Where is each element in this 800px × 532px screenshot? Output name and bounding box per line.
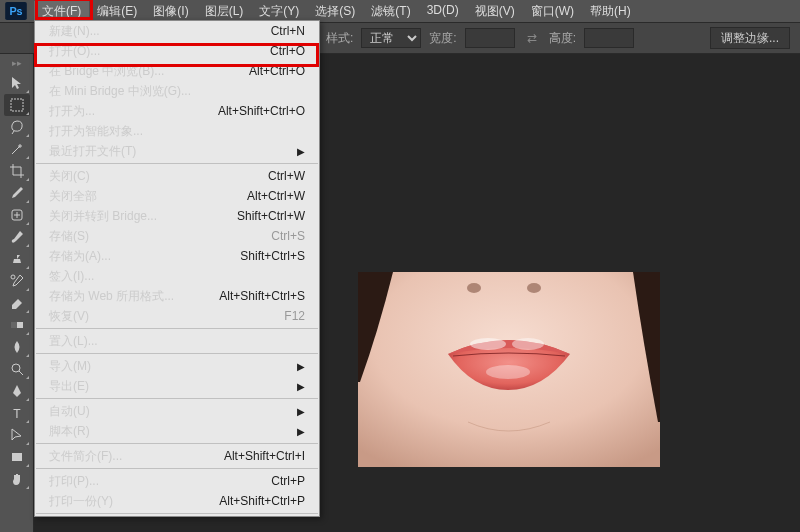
width-input[interactable]	[465, 28, 515, 48]
menu-图像[interactable]: 图像(I)	[145, 1, 196, 22]
menu-item[interactable]: 在 Bridge 中浏览(B)...Alt+Ctrl+O	[35, 61, 319, 81]
lasso-tool[interactable]	[4, 116, 30, 138]
svg-point-13	[470, 338, 506, 350]
healing-brush-tool[interactable]	[4, 204, 30, 226]
svg-point-14	[512, 338, 544, 350]
submenu-arrow-icon: ▶	[297, 381, 305, 392]
width-label: 宽度:	[429, 30, 456, 47]
menu-3d[interactable]: 3D(D)	[419, 1, 467, 22]
menu-item-label: 恢复(V)	[49, 308, 89, 325]
menu-文件[interactable]: 文件(F)	[34, 1, 89, 22]
height-label: 高度:	[549, 30, 576, 47]
eyedropper-tool[interactable]	[4, 182, 30, 204]
menu-separator	[36, 163, 318, 164]
swap-icon[interactable]: ⇄	[527, 31, 537, 45]
menu-item[interactable]: 自动(U)▶	[35, 401, 319, 421]
history-brush-tool[interactable]	[4, 270, 30, 292]
menu-item[interactable]: 存储为 Web 所用格式...Alt+Shift+Ctrl+S	[35, 286, 319, 306]
menu-item[interactable]: 置入(L)...	[35, 331, 319, 351]
menu-item[interactable]: 打印一份(Y)Alt+Shift+Ctrl+P	[35, 491, 319, 511]
menu-item[interactable]: 最近打开文件(T)▶	[35, 141, 319, 161]
rectangle-tool[interactable]	[4, 446, 30, 468]
menu-窗口[interactable]: 窗口(W)	[523, 1, 582, 22]
blur-tool[interactable]	[4, 336, 30, 358]
menu-item-label: 存储为(A)...	[49, 248, 111, 265]
menu-item-label: 打印一份(Y)	[49, 493, 113, 510]
menu-shortcut: Ctrl+P	[271, 474, 305, 488]
menu-选择[interactable]: 选择(S)	[307, 1, 363, 22]
menu-item[interactable]: 文件简介(F)...Alt+Shift+Ctrl+I	[35, 446, 319, 466]
menu-separator	[36, 398, 318, 399]
hand-tool[interactable]	[4, 468, 30, 490]
menu-帮助[interactable]: 帮助(H)	[582, 1, 639, 22]
brush-tool[interactable]	[4, 226, 30, 248]
submenu-arrow-icon: ▶	[297, 361, 305, 372]
magic-wand-tool[interactable]	[4, 138, 30, 160]
menu-item-label: 脚本(R)	[49, 423, 90, 440]
menu-shortcut: Alt+Ctrl+W	[247, 189, 305, 203]
menubar: Ps 文件(F)编辑(E)图像(I)图层(L)文字(Y)选择(S)滤镜(T)3D…	[0, 0, 800, 22]
style-label: 样式:	[326, 30, 353, 47]
menu-文字[interactable]: 文字(Y)	[251, 1, 307, 22]
menu-shortcut: Ctrl+S	[271, 229, 305, 243]
menu-item[interactable]: 关闭全部Alt+Ctrl+W	[35, 186, 319, 206]
svg-rect-9	[12, 453, 22, 461]
menu-shortcut: Alt+Shift+Ctrl+S	[219, 289, 305, 303]
menu-item-label: 在 Bridge 中浏览(B)...	[49, 63, 164, 80]
menu-item-label: 打开为...	[49, 103, 95, 120]
menu-separator	[36, 443, 318, 444]
menu-item[interactable]: 打印(P)...Ctrl+P	[35, 471, 319, 491]
refine-edge-button[interactable]: 调整边缘...	[710, 27, 790, 49]
menu-item[interactable]: 导入(M)▶	[35, 356, 319, 376]
menu-item-label: 最近打开文件(T)	[49, 143, 136, 160]
menu-item-label: 签入(I)...	[49, 268, 94, 285]
menu-滤镜[interactable]: 滤镜(T)	[363, 1, 418, 22]
svg-point-15	[486, 365, 530, 379]
document-image	[358, 272, 660, 467]
pen-tool[interactable]	[4, 380, 30, 402]
menu-item[interactable]: 在 Mini Bridge 中浏览(G)...	[35, 81, 319, 101]
eraser-tool[interactable]	[4, 292, 30, 314]
style-select[interactable]: 正常	[361, 28, 421, 48]
menu-shortcut: Shift+Ctrl+W	[237, 209, 305, 223]
menu-图层[interactable]: 图层(L)	[197, 1, 252, 22]
tools-panel: ▸▸ T	[0, 54, 34, 532]
menu-item[interactable]: 关闭并转到 Bridge...Shift+Ctrl+W	[35, 206, 319, 226]
path-selection-tool[interactable]	[4, 424, 30, 446]
menu-item[interactable]: 打开为智能对象...	[35, 121, 319, 141]
menu-item[interactable]: 脚本(R)▶	[35, 421, 319, 441]
dodge-tool[interactable]	[4, 358, 30, 380]
menu-编辑[interactable]: 编辑(E)	[89, 1, 145, 22]
menu-shortcut: Ctrl+N	[271, 24, 305, 38]
height-input[interactable]	[584, 28, 634, 48]
marquee-tool[interactable]	[4, 94, 30, 116]
menu-shortcut: Alt+Shift+Ctrl+O	[218, 104, 305, 118]
clone-stamp-tool[interactable]	[4, 248, 30, 270]
menu-item[interactable]: 存储为(A)...Shift+Ctrl+S	[35, 246, 319, 266]
menu-separator	[36, 353, 318, 354]
gradient-tool[interactable]	[4, 314, 30, 336]
menu-item-label: 置入(L)...	[49, 333, 98, 350]
menu-shortcut: F12	[284, 309, 305, 323]
svg-point-4	[11, 275, 15, 279]
menu-item[interactable]: 打开为...Alt+Shift+Ctrl+O	[35, 101, 319, 121]
menu-item[interactable]: 导出(E)▶	[35, 376, 319, 396]
menu-separator	[36, 468, 318, 469]
move-tool[interactable]	[4, 72, 30, 94]
menu-视图[interactable]: 视图(V)	[467, 1, 523, 22]
menu-item[interactable]: 关闭(C)Ctrl+W	[35, 166, 319, 186]
crop-tool[interactable]	[4, 160, 30, 182]
svg-rect-2	[11, 99, 23, 111]
menu-item-label: 打开(O)...	[49, 43, 100, 60]
menu-item-label: 关闭全部	[49, 188, 97, 205]
menu-item[interactable]: 新建(N)...Ctrl+N	[35, 21, 319, 41]
menu-item-label: 新建(N)...	[49, 23, 100, 40]
menu-item-label: 存储(S)	[49, 228, 89, 245]
menu-item-label: 关闭并转到 Bridge...	[49, 208, 157, 225]
type-tool[interactable]: T	[4, 402, 30, 424]
expand-toolbar-icon[interactable]: ▸▸	[2, 58, 32, 68]
menu-item[interactable]: 打开(O)...Ctrl+O	[35, 41, 319, 61]
menu-shortcut: Alt+Shift+Ctrl+I	[224, 449, 305, 463]
menu-shortcut: Ctrl+O	[270, 44, 305, 58]
menu-item-label: 关闭(C)	[49, 168, 90, 185]
